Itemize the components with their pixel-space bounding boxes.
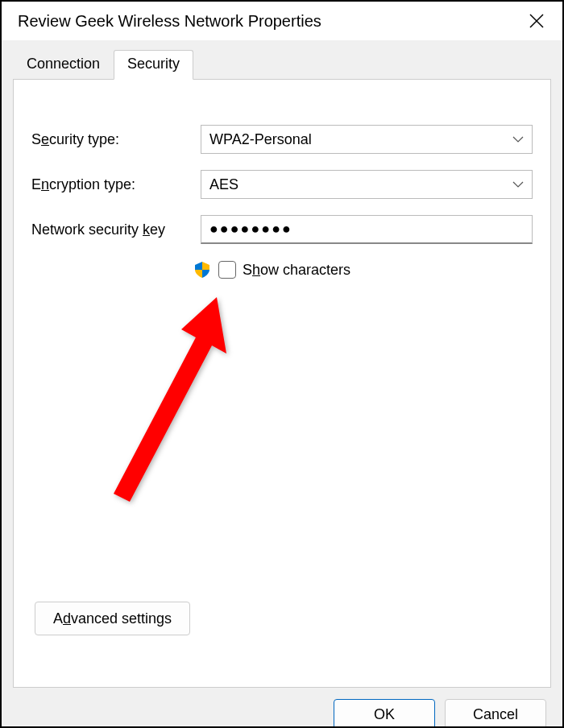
encryption-type-label: Encryption type: [31, 176, 193, 193]
tab-connection[interactable]: Connection [13, 50, 114, 80]
svg-marker-0 [114, 297, 226, 502]
ok-button[interactable]: OK [334, 699, 435, 728]
network-key-value: ●●●●●●●● [209, 221, 292, 238]
tabs-container: Connection Security [2, 40, 562, 80]
advanced-settings-button[interactable]: Advanced settings [35, 602, 190, 635]
window-title: Review Geek Wireless Network Properties [18, 12, 321, 31]
show-characters-label[interactable]: Show characters [243, 262, 350, 279]
encryption-type-dropdown[interactable]: AES [201, 170, 533, 199]
annotation-arrow-icon [101, 297, 230, 507]
encryption-type-row: Encryption type: AES [31, 170, 533, 199]
network-key-row: Network security key ●●●●●●●● [31, 215, 533, 244]
security-tab-panel: Security type: WPA2-Personal Encryption … [13, 79, 551, 688]
chevron-down-icon [512, 134, 524, 145]
security-type-dropdown[interactable]: WPA2-Personal [201, 125, 533, 154]
show-characters-row: Show characters [193, 260, 533, 279]
cancel-button[interactable]: Cancel [445, 699, 546, 728]
close-icon [529, 13, 545, 29]
content-area: Connection Security Security type: WPA2-… [2, 40, 562, 728]
security-type-value: WPA2-Personal [209, 131, 312, 148]
tab-security[interactable]: Security [114, 50, 193, 80]
show-characters-checkbox[interactable] [218, 261, 236, 279]
dialog-footer: OK Cancel [2, 688, 562, 728]
network-key-input[interactable]: ●●●●●●●● [201, 215, 533, 244]
encryption-type-value: AES [209, 176, 238, 193]
title-bar: Review Geek Wireless Network Properties [2, 2, 562, 40]
uac-shield-icon [193, 260, 212, 279]
chevron-down-icon [512, 179, 524, 190]
security-type-label: Security type: [31, 131, 193, 148]
close-button[interactable] [524, 8, 549, 34]
security-type-row: Security type: WPA2-Personal [31, 125, 533, 154]
network-key-label: Network security key [31, 221, 193, 238]
